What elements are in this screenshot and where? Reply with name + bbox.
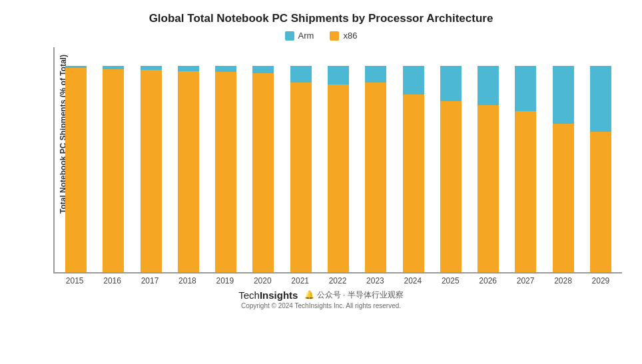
arm-legend-label: Arm: [298, 31, 314, 41]
bar-group-2016: [95, 47, 132, 272]
bar-group-2027: [507, 47, 544, 272]
bar-arm-2023: [365, 66, 386, 83]
bar-stack-2024: [403, 66, 424, 272]
footer-brand: TechInsights: [238, 289, 298, 301]
x-label-2015: 2015: [56, 276, 93, 285]
bar-stack-2015: [65, 66, 87, 272]
bar-x86-2028: [553, 124, 574, 272]
bar-stack-2026: [478, 66, 499, 272]
chart-legend: Arm x86: [20, 31, 622, 41]
bar-group-2028: [544, 47, 581, 272]
bar-arm-2022: [328, 66, 349, 85]
bar-arm-2019: [215, 66, 236, 72]
x-label-2023: 2023: [356, 276, 394, 285]
bar-group-2021: [282, 47, 320, 272]
bar-x86-2029: [590, 132, 611, 272]
bar-x86-2019: [215, 72, 236, 272]
bar-stack-2019: [215, 66, 236, 272]
brand-insights: Insights: [260, 289, 298, 301]
bar-arm-2021: [290, 66, 312, 83]
bar-x86-2024: [403, 94, 424, 272]
bar-x86-2022: [328, 85, 349, 272]
bar-x86-2020: [252, 73, 274, 272]
bars-wrapper: [53, 47, 622, 273]
bar-x86-2021: [290, 83, 312, 272]
bar-stack-2022: [328, 66, 349, 272]
wechat-badge: 🔔 公众号 · 半导体行业观察: [304, 289, 403, 301]
bar-stack-2028: [553, 66, 574, 272]
bar-arm-2020: [252, 66, 274, 73]
bar-stack-2017: [141, 66, 162, 272]
bar-stack-2018: [178, 66, 199, 272]
bar-group-2023: [357, 47, 394, 272]
bar-stack-2021: [290, 66, 312, 272]
bar-stack-2027: [515, 66, 536, 272]
x86-legend-dot: [330, 31, 339, 41]
bar-x86-2027: [515, 111, 536, 272]
x86-legend-label: x86: [343, 31, 357, 41]
brand-tech: Tech: [238, 289, 260, 301]
bar-arm-2024: [403, 66, 424, 94]
bar-group-2026: [470, 47, 507, 272]
footer-row: TechInsights 🔔 公众号 · 半导体行业观察: [238, 289, 404, 301]
bar-group-2019: [207, 47, 244, 272]
bar-group-2024: [394, 47, 432, 272]
x-label-2029: 2029: [582, 276, 619, 285]
footer-copyright: Copyright © 2024 TechInsights Inc. All r…: [241, 302, 401, 309]
x-label-2019: 2019: [206, 276, 244, 285]
bar-x86-2025: [440, 101, 462, 272]
x-label-2024: 2024: [394, 276, 432, 285]
bar-arm-2029: [590, 66, 611, 132]
bar-arm-2028: [553, 66, 574, 124]
chart-title: Global Total Notebook PC Shipments by Pr…: [20, 12, 622, 25]
bar-x86-2017: [141, 70, 162, 272]
bar-stack-2029: [590, 66, 611, 272]
bar-group-2015: [57, 47, 95, 272]
bar-group-2018: [170, 47, 207, 272]
bar-arm-2018: [178, 66, 199, 71]
bar-group-2017: [133, 47, 170, 272]
bar-stack-2020: [252, 66, 274, 272]
chart-area: Total Notebook PC Shipments (% of Total): [53, 47, 622, 273]
x-label-2026: 2026: [469, 276, 506, 285]
bar-arm-2025: [440, 66, 462, 101]
bar-x86-2015: [65, 68, 87, 272]
x-label-2027: 2027: [507, 276, 544, 285]
x-label-2016: 2016: [93, 276, 131, 285]
bar-stack-2025: [440, 66, 462, 272]
legend-arm: Arm: [285, 31, 314, 41]
x-label-2028: 2028: [544, 276, 581, 285]
bar-arm-2026: [478, 66, 499, 105]
chart-container: Global Total Notebook PC Shipments by Pr…: [0, 0, 642, 364]
x-axis-labels: 2015201620172018201920202021202220232024…: [53, 276, 622, 285]
x-label-2021: 2021: [281, 276, 318, 285]
bar-x86-2026: [478, 105, 499, 272]
x-label-2017: 2017: [131, 276, 168, 285]
bar-group-2029: [582, 47, 619, 272]
x-label-2025: 2025: [432, 276, 469, 285]
legend-x86: x86: [330, 31, 357, 41]
x-label-2020: 2020: [244, 276, 281, 285]
bar-group-2020: [244, 47, 282, 272]
bar-stack-2016: [103, 66, 124, 272]
bar-x86-2023: [365, 83, 386, 272]
bar-stack-2023: [365, 66, 386, 272]
bar-arm-2027: [515, 66, 536, 111]
arm-legend-dot: [285, 31, 294, 41]
x-label-2022: 2022: [319, 276, 356, 285]
bar-x86-2016: [103, 69, 124, 272]
bar-group-2025: [432, 47, 470, 272]
footer: TechInsights 🔔 公众号 · 半导体行业观察 Copyright ©…: [20, 289, 622, 309]
bar-x86-2018: [178, 71, 199, 272]
bar-group-2022: [320, 47, 357, 272]
x-label-2018: 2018: [168, 276, 206, 285]
